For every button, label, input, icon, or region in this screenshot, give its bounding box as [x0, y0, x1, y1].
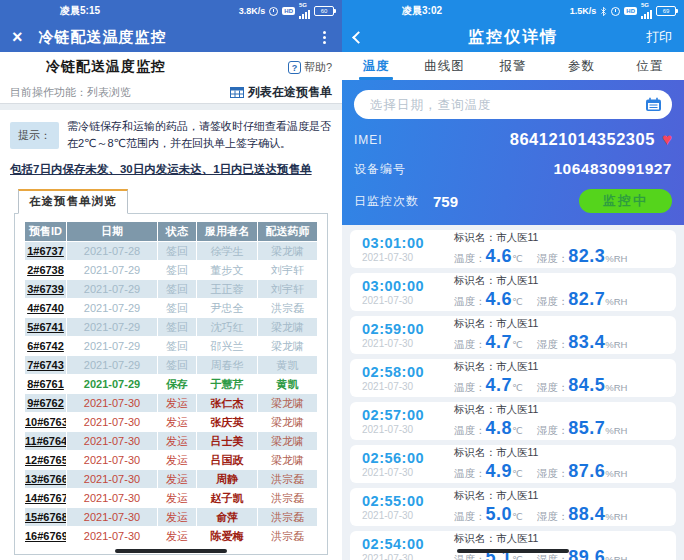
- heart-icon[interactable]: ♥: [662, 131, 672, 148]
- pharmacist-name: 梁龙啸: [258, 242, 318, 261]
- imei-label: IMEI: [354, 133, 383, 147]
- table-row: 4#67402021-07-29签回尹忠全洪宗磊: [25, 299, 318, 318]
- tab-temperature[interactable]: 温度: [342, 52, 410, 80]
- patient-name: 吕士美: [197, 432, 258, 451]
- tag-label: 标识名：: [454, 317, 496, 329]
- hum-label: 湿度：: [537, 338, 569, 352]
- help-link[interactable]: ? 帮助?: [288, 60, 332, 75]
- patient-name: 周静: [197, 470, 258, 489]
- order-id-link[interactable]: 16#6769: [25, 527, 67, 546]
- temp-unit: ℃: [512, 339, 523, 350]
- imei-value: 864121014352305: [510, 130, 655, 149]
- order-status: 发运: [158, 413, 197, 432]
- order-status: 发运: [158, 432, 197, 451]
- reading-card[interactable]: 02:58:002021-07-30 标识名：市人医11 温度：4.7℃ 湿度：…: [350, 359, 676, 397]
- device-number-label: 设备编号: [354, 161, 406, 178]
- reading-date: 2021-07-30: [362, 553, 450, 560]
- reading-date: 2021-07-30: [362, 381, 450, 392]
- order-date: 2021-07-29: [67, 375, 158, 394]
- home-indicator[interactable]: [457, 549, 569, 553]
- table-row: 15#67682021-07-30发运俞萍洪宗磊: [25, 508, 318, 527]
- patient-name: 吕国政: [197, 451, 258, 470]
- network-speed: 3.8K/s: [239, 6, 266, 16]
- temp-value: 5.0: [486, 504, 513, 525]
- calendar-icon[interactable]: [645, 97, 662, 112]
- col-header-id: 预售ID: [25, 222, 67, 242]
- reading-date: 2021-07-30: [362, 252, 450, 263]
- reading-card[interactable]: 03:00:002021-07-30 标识名：市人医11 温度：4.6℃ 湿度：…: [350, 273, 676, 311]
- order-id-link[interactable]: 9#6762: [25, 394, 67, 413]
- hd-icon: HD: [282, 7, 295, 15]
- device-panel: IMEI 864121014352305 ♥ 设备编号 106483099192…: [342, 80, 684, 225]
- order-id-link[interactable]: 4#6740: [25, 299, 67, 318]
- order-id-link[interactable]: 2#6738: [25, 261, 67, 280]
- order-id-link[interactable]: 14#6767: [25, 489, 67, 508]
- order-id-link[interactable]: 8#6761: [25, 375, 67, 394]
- order-id-link[interactable]: 3#6739: [25, 280, 67, 299]
- current-operation-label: 目前操作功能：列表浏览: [10, 85, 131, 100]
- tab-curve[interactable]: 曲线图: [410, 52, 478, 80]
- order-id-link[interactable]: 10#6763: [25, 413, 67, 432]
- order-date: 2021-07-30: [67, 527, 158, 546]
- order-id-link[interactable]: 7#6743: [25, 356, 67, 375]
- monitoring-status-button[interactable]: 监控中: [579, 189, 672, 213]
- tag-value: 市人医11: [496, 231, 538, 243]
- tag-value: 市人医11: [496, 360, 538, 372]
- tab-params[interactable]: 参数: [547, 52, 615, 80]
- list-presale-link[interactable]: 列表在途预售单: [230, 84, 332, 101]
- patient-name: 陈爱梅: [197, 527, 258, 546]
- order-id-link[interactable]: 1#6737: [25, 242, 67, 261]
- reading-card[interactable]: 02:54:002021-07-30 标识名：市人医11 温度：5.1℃ 湿度：…: [350, 531, 676, 560]
- patient-name: 王正蓉: [197, 280, 258, 299]
- tab-presale-browse[interactable]: 在途预售单浏览: [18, 189, 128, 214]
- table-row: 5#67412021-07-29签回沈巧红梁龙啸: [25, 318, 318, 337]
- patient-name: 张仁杰: [197, 394, 258, 413]
- reading-card[interactable]: 02:56:002021-07-30 标识名：市人医11 温度：4.9℃ 湿度：…: [350, 445, 676, 483]
- date-search-box[interactable]: [354, 90, 672, 119]
- tab-location[interactable]: 位置: [616, 52, 684, 80]
- reading-card[interactable]: 03:01:002021-07-30 标识名：市人医11 温度：4.6℃ 湿度：…: [350, 230, 676, 268]
- print-button[interactable]: 打印: [646, 28, 672, 46]
- order-id-link[interactable]: 5#6741: [25, 318, 67, 337]
- col-header-patient: 服用者名: [197, 222, 258, 242]
- order-status: 签回: [158, 318, 197, 337]
- order-id-link[interactable]: 6#6742: [25, 337, 67, 356]
- pharmacist-name: 梁龙啸: [258, 432, 318, 451]
- order-date: 2021-07-29: [67, 318, 158, 337]
- tab-alarm[interactable]: 报警: [479, 52, 547, 80]
- order-date: 2021-07-30: [67, 451, 158, 470]
- tag-label: 标识名：: [454, 532, 496, 544]
- menu-dots-icon[interactable]: [319, 27, 330, 48]
- users-icon: [10, 56, 40, 78]
- hum-value: 88.4: [568, 504, 605, 525]
- col-header-status: 状态: [158, 222, 197, 242]
- pharmacist-name: 梁龙啸: [258, 337, 318, 356]
- hum-value: 83.4: [568, 332, 605, 353]
- reading-card[interactable]: 02:59:002021-07-30 标识名：市人医11 温度：4.7℃ 湿度：…: [350, 316, 676, 354]
- hum-value: 87.6: [568, 461, 605, 482]
- left-nav-title: 冷链配送温度监控: [39, 28, 167, 47]
- date-search-input[interactable]: [370, 98, 645, 112]
- order-id-link[interactable]: 12#6765: [25, 451, 67, 470]
- table-row: 6#67422021-07-29签回邵兴兰梁龙啸: [25, 337, 318, 356]
- reading-card[interactable]: 02:57:002021-07-30 标识名：市人医11 温度：4.8℃ 湿度：…: [350, 402, 676, 440]
- reading-time: 02:54:00: [362, 536, 450, 552]
- back-icon[interactable]: [352, 31, 365, 44]
- pharmacist-name: 梁龙啸: [258, 394, 318, 413]
- hum-unit: %RH: [605, 382, 627, 393]
- order-status: 签回: [158, 280, 197, 299]
- reading-card[interactable]: 02:55:002021-07-30 标识名：市人医11 温度：5.0℃ 湿度：…: [350, 488, 676, 526]
- pharmacist-name: 梁龙啸: [258, 413, 318, 432]
- order-date: 2021-07-28: [67, 242, 158, 261]
- tag-value: 市人医11: [496, 274, 538, 286]
- order-id-link[interactable]: 13#6766: [25, 470, 67, 489]
- order-id-link[interactable]: 15#6768: [25, 508, 67, 527]
- table-row: 7#67432021-07-29签回周春华黄凯: [25, 356, 318, 375]
- close-icon[interactable]: ×: [12, 28, 23, 46]
- order-date: 2021-07-30: [67, 489, 158, 508]
- hum-value: 82.7: [568, 289, 605, 310]
- home-indicator[interactable]: [115, 549, 227, 553]
- order-date: 2021-07-29: [67, 299, 158, 318]
- temp-unit: ℃: [512, 425, 523, 436]
- order-id-link[interactable]: 11#6764: [25, 432, 67, 451]
